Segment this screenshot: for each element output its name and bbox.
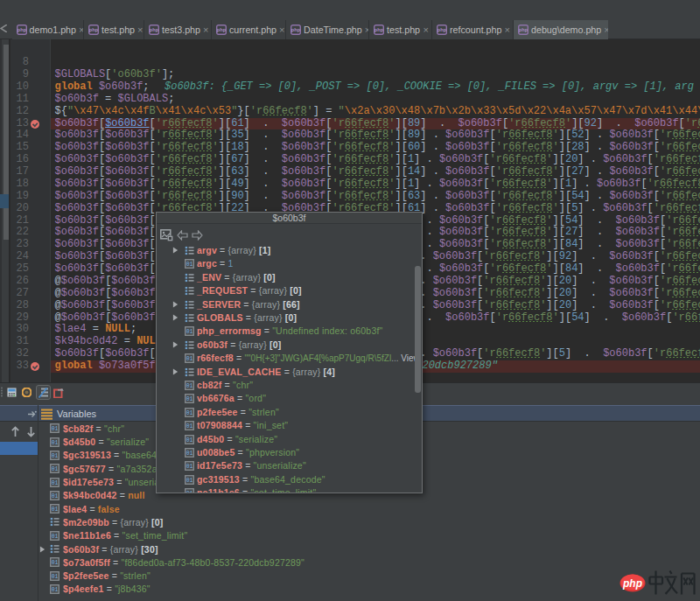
svg-text:01: 01: [186, 356, 193, 362]
svg-text:01: 01: [186, 397, 193, 403]
svg-text:01: 01: [52, 480, 59, 486]
svg-text:01: 01: [186, 410, 193, 416]
svg-text:php: php: [89, 27, 99, 32]
svg-text:01: 01: [52, 466, 59, 472]
svg-text:01: 01: [186, 437, 193, 444]
svg-text:php: php: [622, 577, 642, 590]
svg-text:01: 01: [52, 440, 59, 446]
svg-text:01: 01: [52, 587, 59, 593]
svg-text:php: php: [374, 27, 384, 32]
svg-text:php: php: [438, 27, 447, 32]
svg-text:01: 01: [186, 465, 193, 471]
svg-text:01: 01: [186, 451, 193, 457]
svg-text:php: php: [519, 27, 528, 32]
svg-text:01: 01: [52, 534, 59, 540]
svg-text:01: 01: [186, 383, 193, 389]
svg-text:01: 01: [52, 453, 59, 459]
svg-text:php: php: [217, 27, 227, 32]
svg-text:01: 01: [52, 574, 59, 580]
svg-text:01: 01: [52, 507, 59, 513]
svg-text:01: 01: [186, 262, 193, 269]
svg-text:01: 01: [52, 561, 59, 567]
svg-text:01: 01: [186, 491, 193, 493]
svg-text:01: 01: [186, 478, 193, 484]
svg-text:php: php: [150, 27, 159, 32]
svg-text:01: 01: [52, 493, 59, 500]
svg-text:01: 01: [52, 427, 59, 433]
svg-text:php: php: [17, 27, 26, 32]
svg-text:01: 01: [186, 330, 193, 336]
svg-text:01: 01: [186, 423, 193, 430]
svg-text:php: php: [291, 27, 301, 32]
